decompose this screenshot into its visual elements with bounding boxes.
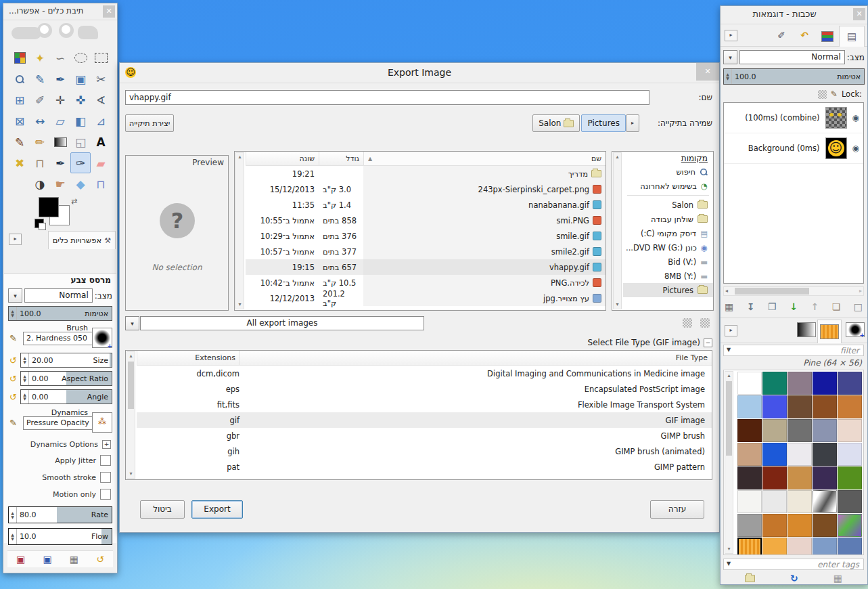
tool-gradient[interactable] [50,131,70,152]
aspect-ratio-slider[interactable]: 0.00Aspect Ratio [20,371,112,386]
fuzzy-select-icon[interactable]: ✦ [35,51,45,65]
place-item-heb[interactable]: חיפוש [623,165,713,179]
file-type-header-row[interactable]: Extensions File Type [137,351,712,366]
places-scrollbar[interactable] [613,152,622,309]
tool-free-select[interactable]: ∽ [50,47,70,68]
pattern-swatch[interactable] [737,490,762,513]
pattern-swatch[interactable] [838,490,862,513]
opacity-slider[interactable]: 100.0 אטימות [8,306,112,321]
shear-icon[interactable]: ◧ [75,114,86,128]
tool-perspective[interactable]: ▱ [50,110,70,131]
layer-mode-select[interactable]: Normal [739,50,845,64]
tool-bucket-fill[interactable]: ◱ [70,131,91,152]
pattern-swatch[interactable] [737,466,762,489]
filename-input[interactable]: vhappy.gif [125,90,649,105]
foreground-select-icon[interactable]: ▣ [75,72,86,86]
smudge-icon[interactable]: ☛ [55,177,65,191]
remove-bookmark-button[interactable] [700,318,710,328]
file-row[interactable]: לכידה.PNG10.5 ק"באתמול ב־10:42 [246,275,606,290]
reset-aspect-ratio-icon[interactable]: ↺ [8,374,18,384]
file-row[interactable]: 243px-Sierpinski_carpet.png3.0 ק"ב15/12/… [246,181,606,197]
pattern-swatch[interactable] [737,395,762,418]
cancel-button[interactable]: ביטול [140,500,185,519]
tab-undo-history[interactable]: ↶ [794,26,815,44]
fg-color-swatch[interactable] [39,197,59,217]
delete-tool-preset-icon[interactable]: ▦ [70,554,78,565]
tool-select-by-color[interactable] [9,47,30,68]
paint-mode-dropdown-icon[interactable] [8,288,22,303]
tool-eraser[interactable]: ▰ [91,152,111,173]
apply-jitter-checkbox[interactable] [100,455,111,466]
tool-align[interactable]: ⊞ [9,89,30,110]
add-bookmark-button[interactable] [683,318,692,328]
file-row[interactable]: vhappy.gif657 בתים19:15 [246,259,606,275]
tool-scissors-select[interactable]: ✂ [91,68,111,89]
smooth-stroke-checkbox[interactable] [100,472,111,483]
duplicate-layer-icon[interactable]: ❐ [768,301,777,312]
tool-clone[interactable]: ⊓ [30,152,50,173]
text-icon[interactable]: A [96,135,105,149]
rate-slider[interactable]: 80.0 Rate [8,506,112,523]
file-type-expander-icon[interactable]: − [704,339,712,347]
pattern-swatch[interactable] [787,372,812,395]
rotate-icon[interactable]: ✐ [35,93,45,107]
file-list-scrollbar[interactable] [235,152,244,309]
file-row[interactable]: smile.gif376 בתיםאתמול ב־10:29 [246,228,606,244]
layers-close-icon[interactable] [853,8,865,20]
lower-layer-icon[interactable]: ↓ [790,301,798,312]
dialog-close-icon[interactable] [696,63,719,81]
lock-alpha-icon[interactable] [818,90,827,99]
aspect-ratio-spinner[interactable] [21,372,29,385]
file-filter-dropdown-icon[interactable] [125,316,139,330]
visibility-eye-icon[interactable]: ◉ [852,144,859,153]
pattern-swatch[interactable] [787,419,812,442]
dynamics-name-field[interactable]: Pressure Opacity [23,416,96,430]
place-item-Pictures[interactable]: Pictures [623,283,713,297]
flip-icon[interactable]: ↔ [35,114,45,128]
scissors-select-icon[interactable]: ✂ [96,72,106,86]
perspective-icon[interactable]: ▱ [55,114,64,128]
tool-measure[interactable]: ∢ [91,89,111,110]
tool-text[interactable]: A [91,131,111,152]
export-button[interactable]: Export [191,500,243,519]
tool-smudge[interactable]: ☛ [50,173,70,194]
pattern-swatch[interactable] [737,514,762,537]
flow-spinner[interactable] [9,529,17,544]
refresh-patterns-icon[interactable]: ↻ [790,573,798,584]
heal-icon[interactable]: ✖ [15,156,24,170]
file-filter-combo[interactable]: All export images [140,316,424,330]
pattern-swatch[interactable] [838,372,862,395]
tab-channels[interactable] [817,28,838,45]
layer-mode-dropdown-icon[interactable] [723,50,737,64]
breadcrumb-extra-icon[interactable]: ▸ [626,114,639,132]
file-row[interactable]: עץ מצוייר.jpg201.2 ק"ב12/12/2013 [246,290,606,306]
place-item-heb[interactable]: ◔בשימוש לאחרונה [623,179,713,193]
tool-paths[interactable]: ✒ [50,68,70,89]
pattern-swatch[interactable] [787,443,812,466]
clone-icon[interactable]: ⊓ [35,156,44,170]
lock-paint-icon[interactable]: ✎ [831,89,838,99]
pattern-swatch[interactable] [762,514,787,537]
tool-shear[interactable]: ◧ [70,110,91,131]
place-item-DVDRWG[interactable]: ◉כונן DVD RW (G:)... [623,240,713,255]
place-item-BidV[interactable]: ▬Bid (V:) [623,255,713,269]
rate-spinner[interactable] [9,507,17,523]
pattern-swatch[interactable] [813,514,837,537]
visibility-eye-icon[interactable]: ◉ [852,113,859,123]
tool-paintbrush[interactable]: ✎ [9,131,30,152]
file-row[interactable]: smile2.gif377 בתיםאתמול ב־10:57 [246,244,606,259]
tool-flip[interactable]: ↔ [30,110,50,131]
edit-brush-icon[interactable]: ✎ [9,333,17,343]
tool-fuzzy-select[interactable]: ✦ [30,47,50,68]
file-type-row[interactable]: gihGIMP brush (animated) [137,443,712,459]
ellipse-select-icon[interactable] [74,53,87,63]
place-item-Salon[interactable]: Salon [623,198,713,212]
pattern-swatch[interactable] [787,514,812,537]
tags-dropdown-icon[interactable]: ▼ [727,561,731,567]
pattern-swatch[interactable] [813,395,837,418]
layers-titlebar[interactable]: שכבות - דוגמאות [721,6,867,24]
new-layer-icon[interactable]: □ [854,301,863,312]
cage-transform-icon[interactable]: ⊠ [15,114,24,128]
toolbox-titlebar[interactable]: תיבת כלים - אפשרו... [3,3,117,20]
crop-icon[interactable]: ✛ [55,93,65,107]
